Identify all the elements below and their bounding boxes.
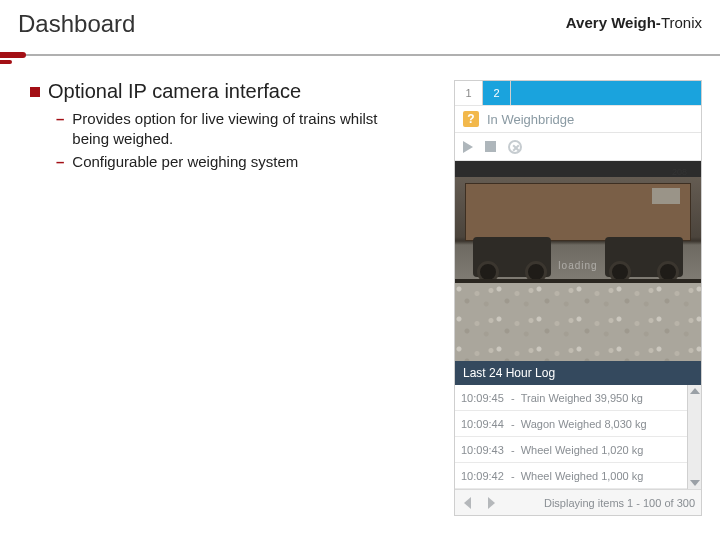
log-time: 10:09:42 <box>461 470 505 482</box>
brand-thin: Tronix <box>661 14 702 31</box>
cancel-icon[interactable] <box>508 140 522 154</box>
pager-prev-icon[interactable] <box>461 496 475 510</box>
bullet-text: Configurable per weighing system <box>72 152 298 172</box>
bullet-dash-icon: – <box>56 109 64 148</box>
slide-header: Dashboard Avery Weigh-Tronix <box>0 0 720 54</box>
play-icon[interactable] <box>463 141 473 153</box>
log-desc: Wagon Weighed 8,030 kg <box>521 418 647 430</box>
log-row: 10:09:44 - Wagon Weighed 8,030 kg <box>455 411 687 437</box>
bullet-text: Provides option for live viewing of trai… <box>72 109 402 148</box>
panel-tabs: 1 2 <box>455 81 701 105</box>
brand-bold: Avery Weigh- <box>566 14 661 31</box>
scroll-up-icon[interactable] <box>690 388 700 394</box>
tab-2[interactable]: 2 <box>483 81 511 105</box>
log-scrollbar[interactable] <box>687 385 701 489</box>
stop-icon[interactable] <box>485 141 496 152</box>
log-row: 10:09:45 - Train Weighed 39,950 kg <box>455 385 687 411</box>
status-label: In Weighbridge <box>487 112 574 127</box>
log-time: 10:09:45 <box>461 392 505 404</box>
log-body: 10:09:45 - Train Weighed 39,950 kg 10:09… <box>455 385 687 489</box>
log-desc: Train Weighed 39,950 kg <box>521 392 643 404</box>
log-time: 10:09:44 <box>461 418 505 430</box>
status-row: ? In Weighbridge <box>455 105 701 133</box>
pager-text: Displaying items 1 - 100 of 300 <box>544 497 695 509</box>
log-row: 10:09:43 - Wheel Weighed 1,020 kg <box>455 437 687 463</box>
header-rule <box>0 54 720 74</box>
bullet-square-icon <box>30 87 40 97</box>
wagon-graphic <box>465 183 691 241</box>
camera-feed: 208 loading <box>455 161 701 361</box>
tab-spacer <box>511 81 701 105</box>
log-pager: Displaying items 1 - 100 of 300 <box>455 489 701 515</box>
camera-controls <box>455 133 701 161</box>
text-content: Optional IP camera interface – Provides … <box>30 80 436 516</box>
brand-logo: Avery Weigh-Tronix <box>566 14 702 31</box>
camera-log-panel: 1 2 ? In Weighbridge 208 loading <box>454 80 702 516</box>
bogie-graphic <box>473 237 551 277</box>
scroll-down-icon[interactable] <box>690 480 700 486</box>
log-desc: Wheel Weighed 1,000 kg <box>521 470 644 482</box>
camera-watermark: loading <box>558 260 597 271</box>
camera-osd-bar <box>455 161 701 177</box>
log-desc: Wheel Weighed 1,020 kg <box>521 444 644 456</box>
tab-1[interactable]: 1 <box>455 81 483 105</box>
status-unknown-icon: ? <box>463 111 479 127</box>
bogie-graphic <box>605 237 683 277</box>
pager-next-icon[interactable] <box>485 496 499 510</box>
log-header: Last 24 Hour Log <box>455 361 701 385</box>
section-heading: Optional IP camera interface <box>48 80 301 103</box>
wagon-number: 208 <box>672 167 687 177</box>
bullet-dash-icon: – <box>56 152 64 172</box>
log-frame: 10:09:45 - Train Weighed 39,950 kg 10:09… <box>455 385 701 489</box>
log-row: 10:09:42 - Wheel Weighed 1,000 kg <box>455 463 687 489</box>
ballast-graphic <box>455 283 701 361</box>
log-time: 10:09:43 <box>461 444 505 456</box>
